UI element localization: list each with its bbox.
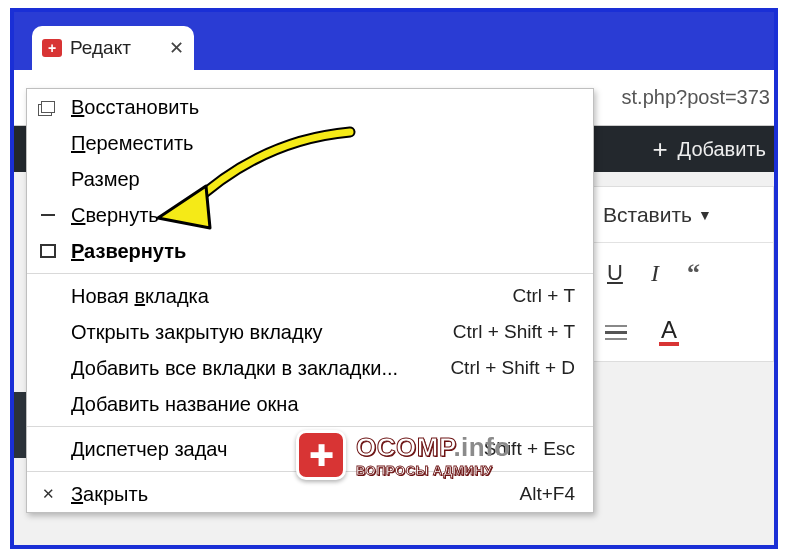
menu-separator xyxy=(27,471,593,472)
tab-favicon xyxy=(42,39,62,57)
wp-add-label: Добавить xyxy=(678,138,766,161)
minimize-icon xyxy=(39,206,57,224)
browser-tab[interactable]: Редакт ✕ xyxy=(32,26,194,70)
menu-name-window[interactable]: Добавить название окна xyxy=(27,386,593,422)
menu-size[interactable]: Размер xyxy=(27,161,593,197)
menu-new-tab[interactable]: Новая вкладка Ctrl + T xyxy=(27,278,593,314)
close-icon xyxy=(39,485,57,503)
menu-minimize[interactable]: Свернуть xyxy=(27,197,593,233)
menu-reopen-tab[interactable]: Открыть закрытую вкладку Ctrl + Shift + … xyxy=(27,314,593,350)
menu-bookmark-all[interactable]: Добавить все вкладки в закладки... Ctrl … xyxy=(27,350,593,386)
italic-button[interactable]: I xyxy=(651,260,659,287)
plus-icon: + xyxy=(652,134,667,165)
wp-add-new[interactable]: + Добавить xyxy=(646,134,772,165)
tab-title: Редакт xyxy=(70,37,161,59)
tab-close-icon[interactable]: ✕ xyxy=(169,37,184,59)
menu-task-manager[interactable]: Диспетчер задач Shift + Esc xyxy=(27,431,593,467)
window-frame: Редакт ✕ st.php?post=373 + Добавить Вста… xyxy=(10,8,778,549)
menu-maximize[interactable]: Развернуть xyxy=(27,233,593,269)
window-context-menu: Восстановить Переместить Размер Свернуть… xyxy=(26,88,594,513)
insert-label: Вставить xyxy=(603,203,692,227)
restore-icon xyxy=(39,98,57,116)
caret-down-icon: ▼ xyxy=(698,207,712,223)
url-fragment: st.php?post=373 xyxy=(622,86,774,109)
underline-button[interactable]: U xyxy=(607,260,623,286)
blockquote-button[interactable]: “ xyxy=(687,258,700,288)
menu-move[interactable]: Переместить xyxy=(27,125,593,161)
menu-separator xyxy=(27,273,593,274)
maximize-icon xyxy=(39,242,57,260)
menu-close[interactable]: Закрыть Alt+F4 xyxy=(27,476,593,512)
browser-titlebar[interactable]: Редакт ✕ xyxy=(14,12,774,70)
insert-dropdown[interactable]: Вставить ▼ xyxy=(589,187,773,243)
menu-restore[interactable]: Восстановить xyxy=(27,89,593,125)
hr-button[interactable] xyxy=(605,325,627,340)
menu-separator xyxy=(27,426,593,427)
editor-toolbar-panel: Вставить ▼ U I “ A xyxy=(588,186,774,362)
text-color-button[interactable]: A xyxy=(659,318,679,346)
